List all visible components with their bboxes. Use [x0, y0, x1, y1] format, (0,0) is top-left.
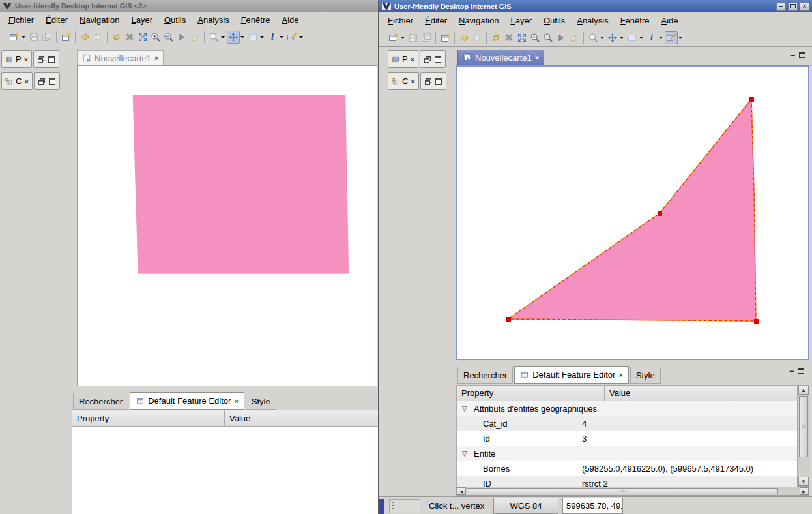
zoom-in-icon[interactable] — [149, 31, 162, 44]
map-canvas[interactable] — [77, 65, 377, 386]
vertex-handle[interactable] — [749, 97, 754, 102]
map-canvas-focused[interactable] — [456, 65, 809, 360]
minimize-panel-icon[interactable]: − — [789, 369, 794, 374]
minimize-button[interactable]: − — [776, 2, 786, 11]
menu-fenetre[interactable]: Fenêtre — [235, 13, 276, 27]
new-map-icon[interactable] — [59, 31, 72, 44]
vertex-handle[interactable] — [506, 317, 511, 322]
menu-analysis[interactable]: Analysis — [192, 13, 235, 27]
menu-navigation[interactable]: Navigation — [453, 14, 504, 27]
save-icon[interactable] — [407, 31, 420, 44]
property-column-header[interactable]: Property — [72, 410, 225, 427]
menu-layer[interactable]: Layer — [504, 14, 538, 27]
menu-navigation[interactable]: Navigation — [74, 13, 125, 27]
value-column-header[interactable]: Value — [224, 410, 379, 427]
expand-triangle-icon[interactable]: ▽ — [462, 405, 471, 412]
tab-style[interactable]: Style — [246, 393, 276, 410]
zoom-in-icon[interactable] — [529, 31, 542, 44]
menu-fenetre[interactable]: Fenêtre — [615, 14, 656, 27]
vertical-scrollbar[interactable]: ▲ ▼ — [798, 385, 809, 487]
pan-tool-icon[interactable] — [606, 31, 619, 44]
eraser-icon[interactable] — [188, 31, 201, 44]
menu-analysis[interactable]: Analysis — [571, 14, 614, 27]
new-dropdown-arrow[interactable] — [22, 36, 25, 40]
close-icon[interactable]: × — [24, 55, 28, 63]
next-icon[interactable] — [555, 31, 568, 44]
close-icon[interactable]: × — [24, 78, 28, 85]
maximize-button[interactable] — [788, 2, 798, 11]
stop-render-icon[interactable] — [502, 31, 515, 44]
table-row[interactable]: Cat_id 4 — [457, 416, 797, 431]
new-dropdown-arrow[interactable] — [401, 37, 405, 41]
edit-geometry-icon[interactable] — [665, 31, 678, 44]
titlebar-inactive[interactable]: User-friendly Desktop Internet GIS <2> — [0, 0, 378, 12]
maximize-icon[interactable] — [434, 55, 442, 63]
property-column-header[interactable]: Property — [456, 385, 605, 401]
zoom-extent-icon[interactable] — [515, 31, 529, 44]
map-polygon[interactable] — [133, 95, 349, 274]
tab-default-feature-editor[interactable]: Default Feature Editor × — [130, 392, 244, 410]
tab-rechercher[interactable]: Rechercher — [457, 367, 513, 384]
table-group-row[interactable]: ▽ Entité — [457, 446, 797, 461]
zoom-tool-icon[interactable] — [587, 31, 600, 44]
menu-editer[interactable]: Éditer — [40, 13, 74, 27]
new-map-icon[interactable] — [439, 31, 452, 44]
scroll-down-arrow[interactable]: ▼ — [798, 477, 809, 486]
tab-style[interactable]: Style — [630, 367, 661, 384]
scroll-right-arrow[interactable]: ▶ — [800, 487, 809, 495]
zoom-tool-icon[interactable] — [207, 31, 220, 44]
crs-button[interactable]: WGS 84 — [493, 498, 558, 514]
titlebar-active[interactable]: User-friendly Desktop Internet GIS − × — [379, 0, 812, 12]
close-icon[interactable]: × — [154, 54, 158, 62]
refresh-icon[interactable] — [110, 31, 123, 44]
feature-table[interactable]: ▽ Attributs d'entités géographiques Cat_… — [456, 401, 798, 487]
save-icon[interactable] — [27, 31, 40, 44]
restore-icon[interactable] — [38, 78, 46, 85]
expand-triangle-icon[interactable]: ▽ — [462, 450, 471, 457]
maximize-panel-icon[interactable] — [798, 368, 804, 374]
scrollbar-thumb[interactable] — [467, 488, 778, 494]
select-tool-icon[interactable] — [626, 31, 639, 44]
scrollbar-thumb[interactable] — [799, 396, 808, 457]
stop-render-icon[interactable] — [123, 31, 136, 44]
menu-fichier[interactable]: Fichier — [3, 13, 40, 27]
new-icon[interactable] — [8, 31, 21, 44]
menu-aide[interactable]: Aide — [655, 14, 684, 27]
select-tool-dropdown-arrow[interactable] — [639, 37, 643, 41]
scroll-left-arrow[interactable]: ◀ — [457, 487, 466, 495]
pan-tool-dropdown-arrow[interactable] — [240, 36, 244, 40]
menu-layer[interactable]: Layer — [125, 13, 158, 27]
table-row[interactable]: Id 3 — [457, 431, 797, 446]
zoom-out-icon[interactable] — [162, 31, 175, 44]
back-icon[interactable] — [457, 31, 471, 44]
zoom-extent-icon[interactable] — [136, 31, 149, 44]
horizontal-scrollbar[interactable]: ◀ ▶ — [456, 487, 809, 496]
pan-tool-dropdown-arrow[interactable] — [620, 37, 624, 41]
close-icon[interactable]: × — [411, 55, 414, 63]
info-tool-dropdown-arrow[interactable] — [280, 36, 283, 40]
menu-aide[interactable]: Aide — [276, 13, 304, 27]
close-icon[interactable]: × — [535, 53, 539, 61]
vertex-handle[interactable] — [658, 211, 662, 216]
edit-geometry-icon[interactable] — [285, 31, 298, 44]
table-row[interactable]: Bornes (598255.0,4916225.0), (599657.5,4… — [457, 461, 797, 476]
close-icon[interactable]: × — [618, 371, 622, 379]
coordinate-field[interactable]: 599635.78, 491 — [562, 498, 623, 514]
info-tool-icon[interactable]: i — [645, 31, 658, 44]
forward-icon[interactable] — [471, 31, 484, 44]
menu-outils[interactable]: Outils — [538, 14, 571, 27]
minimize-panel-icon[interactable]: − — [790, 53, 795, 58]
zoom-tool-dropdown-arrow[interactable] — [221, 36, 225, 40]
close-icon[interactable]: × — [234, 397, 238, 405]
zoom-tool-dropdown-arrow[interactable] — [600, 37, 604, 41]
edited-polygon[interactable] — [508, 99, 756, 321]
save-all-icon[interactable] — [420, 31, 433, 44]
next-icon[interactable] — [175, 31, 188, 44]
close-icon[interactable]: × — [411, 78, 414, 85]
back-icon[interactable] — [78, 31, 91, 44]
refresh-icon[interactable] — [489, 31, 502, 44]
table-group-row[interactable]: ▽ Attributs d'entités géographiques — [457, 401, 797, 416]
restore-icon[interactable] — [424, 55, 431, 63]
maximize-panel-icon[interactable] — [799, 52, 805, 58]
new-icon[interactable] — [387, 31, 400, 44]
